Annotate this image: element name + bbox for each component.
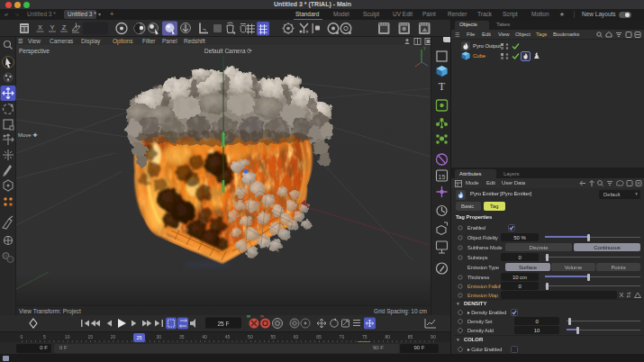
svg-text:65: 65 bbox=[316, 334, 322, 339]
svg-text:50: 50 bbox=[248, 334, 253, 339]
svg-text:70: 70 bbox=[340, 334, 345, 339]
svg-text:80: 80 bbox=[385, 334, 390, 339]
svg-text:45: 45 bbox=[225, 334, 231, 339]
svg-text:85: 85 bbox=[408, 334, 413, 339]
svg-text:T: T bbox=[439, 80, 446, 93]
svg-text:15: 15 bbox=[87, 334, 93, 339]
svg-text:15: 15 bbox=[439, 174, 446, 180]
svg-text:Y: Y bbox=[50, 23, 54, 32]
svg-text:25 F: 25 F bbox=[217, 321, 229, 327]
svg-text:75: 75 bbox=[362, 334, 367, 339]
svg-text:30: 30 bbox=[157, 334, 162, 339]
svg-text:35: 35 bbox=[179, 334, 185, 339]
svg-text:55: 55 bbox=[270, 334, 276, 339]
svg-text:X: X bbox=[38, 23, 42, 32]
svg-text:20: 20 bbox=[111, 334, 116, 339]
svg-text:5: 5 bbox=[43, 334, 46, 339]
svg-text:Z: Z bbox=[62, 23, 67, 32]
svg-text:Y: Y bbox=[423, 47, 426, 51]
svg-text:10: 10 bbox=[65, 334, 70, 339]
svg-text:0: 0 bbox=[21, 334, 23, 339]
svg-text:90: 90 bbox=[431, 334, 436, 339]
svg-text:60: 60 bbox=[294, 334, 299, 339]
svg-text:40: 40 bbox=[202, 334, 207, 339]
